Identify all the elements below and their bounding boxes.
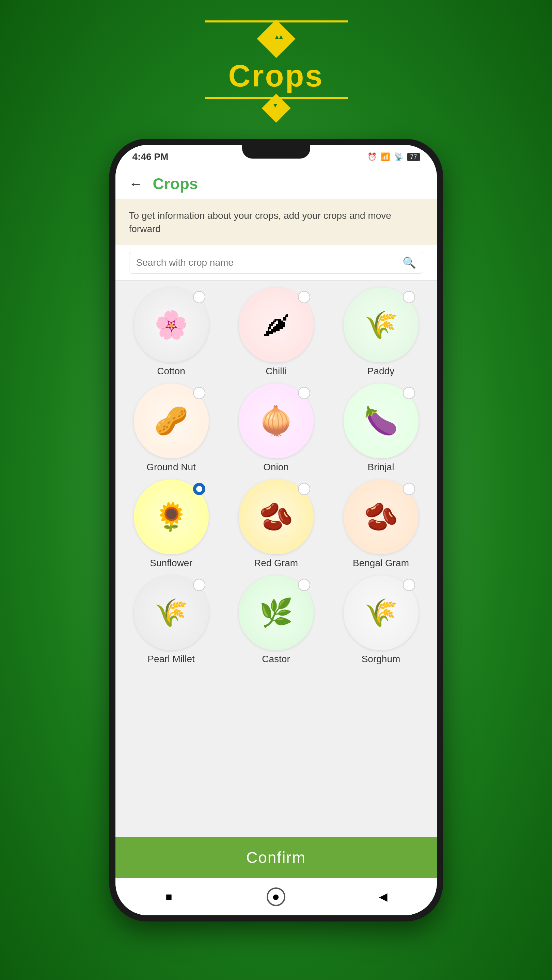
crop-radio-castor[interactable] [298,579,310,591]
back-button[interactable]: ← [129,176,143,192]
crop-circle-groundnut: 🥜 [134,383,209,458]
phone-notch [242,145,310,159]
crop-radio-redgram[interactable] [298,483,310,495]
crop-circle-cotton: 🌸 [134,288,209,363]
crop-circle-pearlmillet: 🌾 [134,576,209,650]
crop-label-sunflower: Sunflower [150,558,192,569]
search-icon: 🔍 [402,256,416,269]
crop-emoji-cotton: 🌸 [154,309,188,341]
circle-icon: ⬤ [273,894,279,900]
crop-circle-paddy: 🌾 [344,288,418,363]
crop-radio-chilli[interactable] [298,291,310,303]
info-banner: To get information about your crops, add… [115,199,437,245]
crop-item-sunflower[interactable]: 🌻Sunflower [122,479,220,569]
crop-item-groundnut[interactable]: 🥜Ground Nut [122,383,220,473]
crop-emoji-onion: 🧅 [259,405,293,437]
crop-radio-sunflower[interactable] [193,483,205,495]
crop-item-sorghum[interactable]: 🌾Sorghum [332,576,430,665]
search-container: 🔍 [115,245,437,281]
nav-bar: ■ ⬤ ◀ [115,878,437,915]
alarm-icon: ⏰ [367,153,377,161]
crop-radio-cotton[interactable] [193,291,205,303]
header-diamond-top [257,19,295,58]
crop-radio-sorghum[interactable] [403,579,415,591]
nav-home-button[interactable]: ⬤ [266,888,286,906]
crop-emoji-sorghum: 🌾 [364,597,398,629]
crop-label-pearlmillet: Pearl Millet [147,654,195,665]
crop-circle-redgram: 🫘 [239,479,314,554]
battery-icon: 77 [407,153,420,161]
phone-inner: 4:46 PM ⏰ 📶 📡 77 ← Crops To get informat… [115,145,437,915]
phone-frame: 4:46 PM ⏰ 📶 📡 77 ← Crops To get informat… [109,139,443,921]
crop-item-paddy[interactable]: 🌾Paddy [332,288,430,377]
crop-emoji-castor: 🌿 [259,597,293,629]
crop-circle-chilli: 🌶 [239,288,314,363]
nav-back-button[interactable]: ■ [160,888,178,906]
square-icon: ■ [166,891,172,903]
crop-emoji-brinjal: 🍆 [364,405,398,437]
page-title: Crops [228,59,324,94]
confirm-label: Confirm [246,848,306,867]
crop-radio-paddy[interactable] [403,291,415,303]
status-time: 4:46 PM [132,151,169,162]
crop-label-groundnut: Ground Nut [147,462,196,473]
crop-item-chilli[interactable]: 🌶Chilli [227,288,325,377]
app-toolbar: ← Crops [115,169,437,199]
crop-grid: 🌸Cotton🌶Chilli🌾Paddy🥜Ground Nut🧅Onion🍆Br… [122,288,430,665]
crop-circle-bengalgram: 🫘 [344,479,418,554]
crop-label-sorghum: Sorghum [362,654,400,665]
crop-emoji-pearlmillet: 🌾 [154,597,188,629]
app-header-decoration: Crops [205,21,348,118]
crop-emoji-redgram: 🫘 [259,501,293,533]
triangle-icon: ◀ [379,890,388,903]
crop-item-redgram[interactable]: 🫘Red Gram [227,479,325,569]
crop-radio-bengalgram[interactable] [403,483,415,495]
crop-label-onion: Onion [263,462,289,473]
status-icons: ⏰ 📶 📡 77 [367,153,420,161]
crop-grid-container: 🌸Cotton🌶Chilli🌾Paddy🥜Ground Nut🧅Onion🍆Br… [115,281,437,837]
wifi-icon: 📡 [394,153,403,161]
crop-emoji-sunflower: 🌻 [154,501,188,533]
crop-emoji-bengalgram: 🫘 [364,501,398,533]
crop-circle-onion: 🧅 [239,383,314,458]
crop-item-bengalgram[interactable]: 🫘Bengal Gram [332,479,430,569]
nav-recent-button[interactable]: ◀ [374,888,392,906]
crop-emoji-paddy: 🌾 [364,309,398,341]
crop-label-cotton: Cotton [157,366,185,377]
crop-emoji-chilli: 🌶 [263,309,290,340]
crop-item-pearlmillet[interactable]: 🌾Pearl Millet [122,576,220,665]
info-text: To get information about your crops, add… [129,210,391,234]
crop-label-chilli: Chilli [266,366,286,377]
crop-radio-brinjal[interactable] [403,387,415,399]
crop-label-bengalgram: Bengal Gram [353,558,409,569]
crop-radio-onion[interactable] [298,387,310,399]
crop-item-onion[interactable]: 🧅Onion [227,383,325,473]
crop-emoji-groundnut: 🥜 [154,405,188,437]
crop-circle-sorghum: 🌾 [344,576,418,650]
signal-icon: 📶 [381,153,390,161]
search-bar[interactable]: 🔍 [129,252,423,274]
crop-radio-groundnut[interactable] [193,387,205,399]
crop-circle-castor: 🌿 [239,576,314,650]
crop-label-paddy: Paddy [367,366,394,377]
confirm-button[interactable]: Confirm [115,837,437,878]
crop-label-brinjal: Brinjal [368,462,394,473]
crop-radio-pearlmillet[interactable] [193,579,205,591]
crop-item-castor[interactable]: 🌿Castor [227,576,325,665]
crop-label-redgram: Red Gram [254,558,298,569]
crop-label-castor: Castor [262,654,290,665]
crop-circle-sunflower: 🌻 [134,479,209,554]
crop-item-brinjal[interactable]: 🍆Brinjal [332,383,430,473]
search-input[interactable] [136,257,402,268]
crop-circle-brinjal: 🍆 [344,383,418,458]
screen-title: Crops [153,175,198,193]
crop-item-cotton[interactable]: 🌸Cotton [122,288,220,377]
